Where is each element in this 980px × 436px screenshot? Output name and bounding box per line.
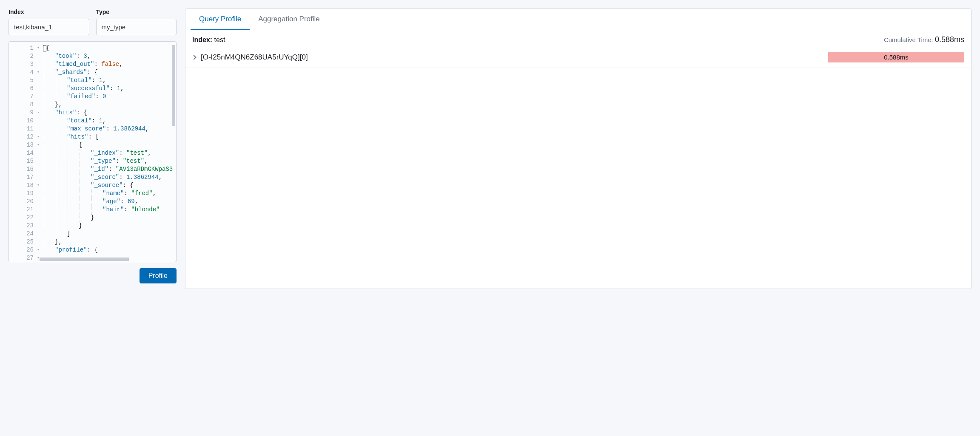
code-line[interactable]: },	[43, 238, 173, 246]
code-line[interactable]: "successful": 1,	[43, 85, 173, 93]
gutter-line: 3	[9, 60, 36, 68]
profile-button-row: Profile	[9, 268, 177, 283]
code-line[interactable]: "_shards": {	[43, 68, 173, 76]
code-line[interactable]: "_type": "test",	[43, 157, 173, 165]
inputs-row: Index Type	[9, 8, 177, 35]
tab-query-profile[interactable]: Query Profile	[191, 9, 250, 30]
result-header: Index: test Cumulative Time: 0.588ms	[185, 30, 971, 49]
code-line[interactable]: "name": "fred",	[43, 190, 173, 198]
gutter-line: 14	[9, 149, 36, 157]
code-line[interactable]: "total": 1,	[43, 117, 173, 125]
code-line[interactable]: "_source": {	[43, 181, 173, 190]
profile-button[interactable]: Profile	[140, 268, 177, 283]
code-line[interactable]: "_id": "AVi3aRDmGKWpaS3	[43, 165, 173, 173]
index-display-value: test	[214, 36, 225, 43]
code-line[interactable]: "hits": [	[43, 133, 173, 141]
code-line[interactable]: "profile": {	[43, 246, 173, 254]
code-line[interactable]: {	[43, 141, 173, 149]
type-input[interactable]	[96, 19, 177, 35]
code-line[interactable]: "age": 69,	[43, 198, 173, 206]
code-line[interactable]: {	[43, 44, 173, 52]
gutter-line: 2	[9, 52, 36, 60]
code-line[interactable]: }	[43, 222, 173, 230]
gutter-line: 15	[9, 157, 36, 165]
code-line[interactable]: "failed": 0	[43, 93, 173, 101]
gutter-line: 4▾	[9, 68, 36, 76]
gutter-line: 20	[9, 198, 36, 206]
gutter-line: 16	[9, 165, 36, 173]
code-line[interactable]: "timed_out": false,	[43, 60, 173, 68]
code-line[interactable]: "hair": "blonde"	[43, 206, 173, 214]
tabs: Query Profile Aggregation Profile	[185, 9, 971, 30]
code-line[interactable]: "total": 1,	[43, 76, 173, 85]
chevron-right-icon[interactable]	[191, 55, 196, 59]
code-line[interactable]: },	[43, 101, 173, 109]
json-editor[interactable]: 1▾234▾56789▾101112▾13▾1415161718▾1920212…	[9, 41, 177, 262]
code-line[interactable]: "hits": {	[43, 109, 173, 117]
index-input[interactable]	[9, 19, 89, 35]
gutter-line: 1▾	[9, 44, 36, 52]
gutter-line: 19	[9, 190, 36, 198]
index-label: Index	[9, 8, 89, 15]
editor-code-area[interactable]: {"took": 3,"timed_out": false,"_shards":…	[36, 42, 176, 262]
shard-time-badge: 0.588ms	[828, 52, 964, 62]
editor-horizontal-scrollbar[interactable]	[40, 258, 129, 261]
gutter-line: 8	[9, 101, 36, 109]
gutter-line: 9▾	[9, 109, 36, 117]
cumulative-time-value: 0.588ms	[935, 35, 964, 44]
code-line[interactable]: "_index": "test",	[43, 149, 173, 157]
left-panel: Index Type 1▾234▾56789▾101112▾13▾1415161…	[9, 8, 177, 289]
gutter-line: 6	[9, 85, 36, 93]
type-label: Type	[96, 8, 177, 15]
gutter-line: 7	[9, 93, 36, 101]
tab-aggregation-profile[interactable]: Aggregation Profile	[250, 9, 328, 30]
gutter-line: 10	[9, 117, 36, 125]
gutter-line: 12▾	[9, 133, 36, 141]
cumulative-time-label: Cumulative Time:	[884, 36, 933, 43]
editor-vertical-scrollbar[interactable]	[172, 45, 175, 126]
gutter-line: 27▾	[9, 254, 36, 262]
right-panel: Query Profile Aggregation Profile Index:…	[185, 8, 971, 289]
gutter-line: 11	[9, 125, 36, 133]
index-display: Index: test	[192, 36, 225, 44]
index-display-label: Index:	[192, 36, 212, 43]
type-group: Type	[96, 8, 177, 35]
code-line[interactable]: "_score": 1.3862944,	[43, 173, 173, 181]
gutter-line: 24	[9, 230, 36, 238]
code-line[interactable]: ]	[43, 230, 173, 238]
cumulative-time: Cumulative Time: 0.588ms	[884, 35, 964, 44]
gutter-line: 22	[9, 214, 36, 222]
gutter-line: 23	[9, 222, 36, 230]
gutter-line: 25	[9, 238, 36, 246]
code-line[interactable]: }	[43, 214, 173, 222]
gutter-line: 18▾	[9, 181, 36, 190]
app-container: Index Type 1▾234▾56789▾101112▾13▾1415161…	[0, 0, 980, 297]
shard-row[interactable]: [O-I25nM4QN6Z68UA5rUYqQ][0] 0.588ms	[185, 49, 971, 68]
shard-row-left: [O-I25nM4QN6Z68UA5rUYqQ][0]	[192, 53, 308, 62]
gutter-line: 17	[9, 173, 36, 181]
code-line[interactable]: "max_score": 1.3862944,	[43, 125, 173, 133]
gutter-line: 13▾	[9, 141, 36, 149]
gutter-line: 21	[9, 206, 36, 214]
gutter-line: 26▾	[9, 246, 36, 254]
index-group: Index	[9, 8, 89, 35]
shard-name: [O-I25nM4QN6Z68UA5rUYqQ][0]	[201, 53, 308, 62]
editor-gutter: 1▾234▾56789▾101112▾13▾1415161718▾1920212…	[9, 42, 36, 262]
gutter-line: 5	[9, 76, 36, 85]
code-line[interactable]: "took": 3,	[43, 52, 173, 60]
